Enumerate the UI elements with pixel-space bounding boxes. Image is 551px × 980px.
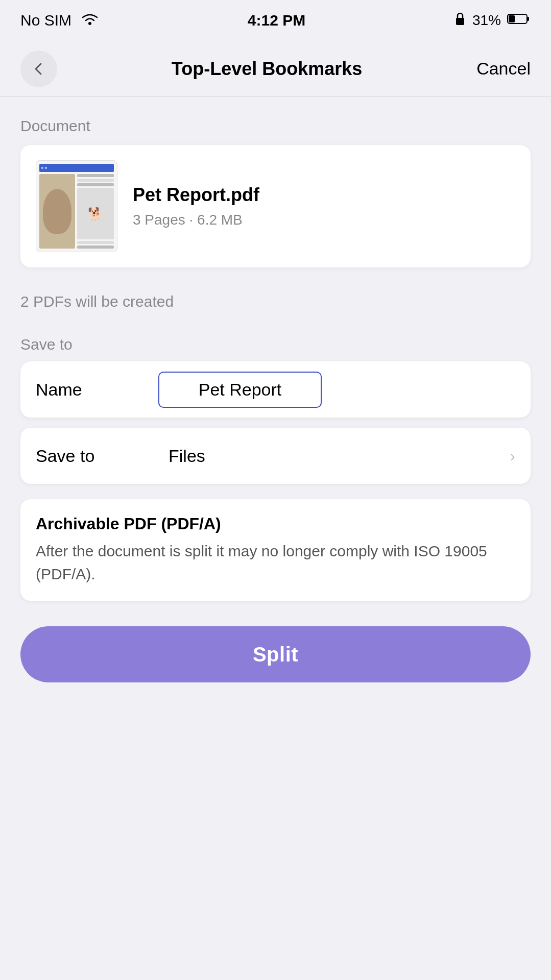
- split-button[interactable]: Split: [20, 626, 531, 682]
- lock-icon: [454, 11, 466, 30]
- archive-description: After the document is split it may no lo…: [36, 540, 515, 585]
- name-input[interactable]: [158, 372, 322, 408]
- status-right: 31%: [454, 11, 531, 30]
- save-to-files-value: Files: [169, 446, 510, 466]
- carrier-label: No SIM: [20, 12, 71, 29]
- status-time: 4:12 PM: [248, 12, 305, 29]
- pdfs-notice: 2 PDFs will be created: [20, 293, 531, 310]
- doc-meta: 3 Pages · 6.2 MB: [133, 212, 515, 228]
- back-button[interactable]: [20, 51, 57, 87]
- save-to-files-label: Save to: [36, 446, 169, 466]
- svg-rect-1: [456, 18, 464, 25]
- document-card: Pet Report.pdf 3 Pages · 6.2 MB: [20, 145, 531, 267]
- status-left: No SIM: [20, 12, 99, 30]
- chevron-right-icon: ›: [510, 447, 515, 465]
- name-input-wrapper: [158, 372, 515, 408]
- battery-percent: 31%: [472, 12, 501, 29]
- status-bar: No SIM 4:12 PM 31%: [0, 0, 551, 41]
- archive-notice-card: Archivable PDF (PDF/A) After the documen…: [20, 499, 531, 601]
- save-to-files-row[interactable]: Save to Files ›: [20, 428, 531, 484]
- doc-thumbnail: [36, 160, 117, 252]
- name-label: Name: [36, 380, 158, 400]
- nav-title: Top-Level Bookmarks: [172, 58, 362, 80]
- battery-icon: [507, 12, 531, 29]
- doc-name: Pet Report.pdf: [133, 184, 515, 206]
- save-to-section-label: Save to: [20, 336, 531, 353]
- nav-bar: Top-Level Bookmarks Cancel: [0, 41, 551, 97]
- name-row-card: Name: [20, 361, 531, 418]
- save-to-section: Save to Name Save to Files ›: [20, 336, 531, 484]
- doc-info: Pet Report.pdf 3 Pages · 6.2 MB: [133, 184, 515, 228]
- svg-rect-3: [527, 17, 529, 21]
- svg-rect-4: [509, 15, 515, 22]
- document-section-label: Document: [20, 117, 531, 135]
- cancel-button[interactable]: Cancel: [476, 59, 531, 79]
- content: Document: [0, 97, 551, 703]
- wifi-icon: [81, 12, 99, 30]
- archive-title: Archivable PDF (PDF/A): [36, 514, 515, 533]
- svg-point-0: [88, 22, 91, 25]
